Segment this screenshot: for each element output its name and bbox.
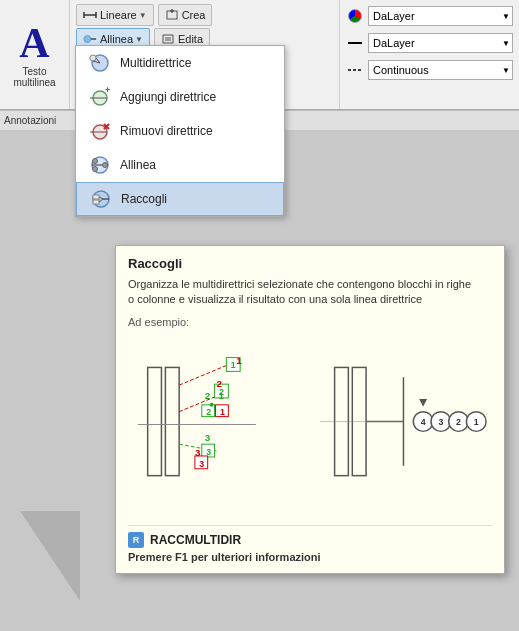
lineare-button[interactable]: Lineare ▼ [76,4,154,26]
crea-label: Crea [182,9,206,21]
ribbon-row-1: Lineare ▼ Crea [76,4,333,26]
aggiungi-direttrice-icon: + [86,83,114,111]
svg-point-29 [93,159,98,164]
dropdown-menu: Multidirettrice + Aggiungi direttrice Ri… [75,45,285,217]
svg-text:1: 1 [219,390,225,401]
svg-point-30 [93,167,98,172]
tooltip-description: Organizza le multidirettrici selezionate… [128,277,492,308]
svg-text:2: 2 [217,378,223,389]
tooltip-popup: Raccogli Organizza le multidirettrici se… [115,245,505,574]
tooltip-command: RACCMULTIDIR [150,533,241,547]
background-triangle [20,511,80,601]
svg-marker-76 [419,399,427,407]
lineare-icon [83,8,97,22]
crea-button[interactable]: Crea [158,4,213,26]
tooltip-title: Raccogli [128,256,492,271]
continuous-line-icon [346,62,364,78]
menu-item-allinea[interactable]: Allinea [76,148,284,182]
edita-label: Edita [178,33,203,45]
color-select-value: DaLayer [373,10,415,22]
svg-text:+: + [105,85,110,95]
linetype-select[interactable]: DaLayer ▼ [368,33,513,53]
linetype-select-value: DaLayer [373,37,415,49]
color-wheel-icon [346,7,364,25]
svg-point-73 [210,403,214,407]
continuous-row: Continuous ▼ [346,58,513,82]
allinea-label: Allinea [100,33,133,45]
tooltip-diagram: 1 2 2 1 3 3 4 3 2 1 [128,334,492,514]
text-multiline-label[interactable]: Testo multilinea [13,66,55,88]
svg-rect-34 [93,200,99,204]
svg-text:3: 3 [205,432,211,443]
menu-item-aggiungi-direttrice[interactable]: + Aggiungi direttrice [76,80,284,114]
svg-rect-8 [163,35,173,43]
svg-rect-38 [148,367,162,475]
color-row: DaLayer ▼ [346,4,513,28]
annotazioni-section-title: Annotazioni [4,115,56,126]
ribbon-section-annotations: A Testo multilinea [0,0,70,109]
svg-rect-39 [165,367,179,475]
continuous-select[interactable]: Continuous ▼ [368,60,513,80]
svg-text:4: 4 [421,417,426,427]
linetype-select-arrow: ▼ [502,39,510,48]
edita-icon [161,32,175,46]
svg-text:1: 1 [474,417,479,427]
svg-rect-33 [93,195,99,199]
lineare-label: Lineare [100,9,137,21]
continuous-select-value: Continuous [373,64,429,76]
svg-text:3: 3 [195,447,201,458]
svg-text:1: 1 [220,406,225,416]
aggiungi-direttrice-label: Aggiungi direttrice [120,90,216,104]
annotazioni-label: Annotazioni [4,115,56,126]
menu-item-raccogli[interactable]: Raccogli [76,182,284,216]
svg-point-31 [103,163,108,168]
raccogli-icon [87,185,115,213]
linetype-row: DaLayer ▼ [346,31,513,55]
svg-text:1: 1 [236,355,242,366]
footer-cmd-icon: R [128,532,144,548]
svg-text:3: 3 [438,417,443,427]
rimuovi-direttrice-label: Rimuovi direttrice [120,124,213,138]
svg-text:1: 1 [231,360,236,370]
allinea-icon [83,32,97,46]
crea-icon [165,8,179,22]
svg-text:2: 2 [205,390,211,401]
tooltip-footer: R RACCMULTIDIR [128,525,492,548]
allinea-menu-icon [86,151,114,179]
svg-text:2: 2 [456,417,461,427]
rimuovi-direttrice-icon [86,117,114,145]
tooltip-example-label: Ad esempio: [128,316,492,328]
linetype-icon [346,35,364,51]
raccogli-label: Raccogli [121,192,167,206]
svg-text:3: 3 [199,459,204,469]
menu-item-rimuovi-direttrice[interactable]: Rimuovi direttrice [76,114,284,148]
multidirettrice-label: Multidirettrice [120,56,191,70]
svg-text:2: 2 [206,406,211,416]
continuous-select-arrow: ▼ [502,66,510,75]
tooltip-hint: Premere F1 per ulteriori informazioni [128,551,492,563]
allinea-dropdown-arrow[interactable]: ▼ [135,35,143,44]
ribbon-section-properties: DaLayer ▼ DaLayer ▼ Cont [339,0,519,109]
svg-point-17 [90,55,96,61]
footer-cmd-text: RACCMULTIDIR [150,533,241,547]
color-select-arrow: ▼ [502,12,510,21]
svg-point-6 [84,36,91,43]
allinea-menu-label: Allinea [120,158,156,172]
text-multiline-icon: A [19,22,49,64]
lineare-dropdown-arrow[interactable]: ▼ [139,11,147,20]
menu-item-multidirettrice[interactable]: Multidirettrice [76,46,284,80]
multidirettrice-icon [86,49,114,77]
color-select[interactable]: DaLayer ▼ [368,6,513,26]
